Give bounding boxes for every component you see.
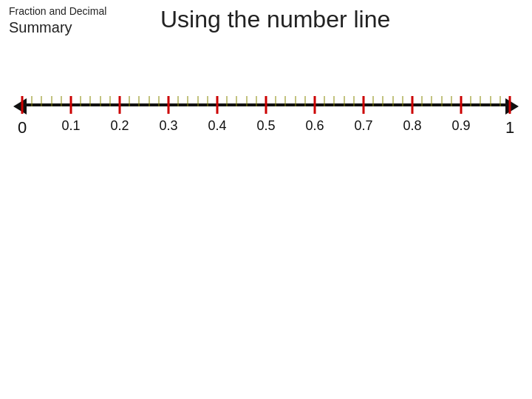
minor-tick xyxy=(197,96,198,106)
minor-tick xyxy=(432,96,432,106)
minor-tick xyxy=(480,96,481,106)
arrow-left-icon xyxy=(13,98,27,115)
minor-tick xyxy=(304,96,305,106)
minor-tick xyxy=(61,96,61,106)
minor-tick xyxy=(90,96,91,106)
minor-tick xyxy=(422,96,423,106)
minor-tick xyxy=(207,96,208,106)
major-tick xyxy=(265,96,267,114)
tick-label: 0.6 xyxy=(305,118,324,134)
minor-tick xyxy=(246,96,247,106)
tick-label: 1 xyxy=(505,118,514,137)
major-tick xyxy=(460,96,463,114)
minor-tick xyxy=(41,96,42,106)
minor-tick xyxy=(129,96,130,106)
minor-tick xyxy=(227,96,228,106)
minor-tick xyxy=(188,96,188,106)
minor-tick xyxy=(51,96,52,106)
minor-tick xyxy=(344,96,344,106)
minor-tick xyxy=(490,96,491,106)
minor-tick xyxy=(441,96,442,106)
minor-tick xyxy=(139,96,140,106)
tick-label: 0.5 xyxy=(256,118,275,134)
minor-tick xyxy=(392,96,393,106)
minor-tick xyxy=(32,96,33,106)
major-tick xyxy=(119,96,121,114)
minor-tick xyxy=(295,96,296,106)
minor-tick xyxy=(149,96,149,106)
minor-tick xyxy=(471,96,471,106)
tick-label: 0.2 xyxy=(110,118,129,134)
major-tick xyxy=(363,96,365,114)
minor-tick xyxy=(373,96,374,106)
minor-tick xyxy=(276,96,276,106)
major-tick xyxy=(168,96,170,114)
tick-label: 0.9 xyxy=(451,118,470,134)
major-tick xyxy=(314,96,316,114)
minor-tick xyxy=(499,96,500,106)
major-tick xyxy=(21,96,24,114)
tick-label: 0.7 xyxy=(354,118,372,134)
minor-tick xyxy=(353,96,354,106)
tick-label: 0 xyxy=(18,118,27,137)
minor-tick xyxy=(334,96,335,106)
number-line-container: 00.10.20.30.40.50.60.70.80.91 xyxy=(7,89,525,148)
tick-label: 0.8 xyxy=(403,118,421,134)
minor-tick xyxy=(451,96,451,106)
minor-tick xyxy=(100,96,100,106)
minor-tick xyxy=(402,96,403,106)
minor-tick xyxy=(109,96,110,106)
tick-label: 0.3 xyxy=(159,118,177,134)
minor-tick xyxy=(324,96,325,106)
minor-tick xyxy=(383,96,383,106)
tick-label: 0.1 xyxy=(61,118,80,134)
tick-label: 0.4 xyxy=(208,118,226,134)
major-tick xyxy=(509,96,511,114)
minor-tick xyxy=(236,96,237,106)
arrow-right-icon xyxy=(505,98,519,115)
minor-tick xyxy=(178,96,179,106)
minor-tick xyxy=(81,96,81,106)
number-line-title: Using the number line xyxy=(160,6,390,33)
major-tick xyxy=(412,96,414,114)
major-tick xyxy=(70,96,72,114)
minor-tick xyxy=(158,96,159,106)
minor-tick xyxy=(285,96,286,106)
minor-tick xyxy=(256,96,256,106)
major-tick xyxy=(216,96,219,114)
